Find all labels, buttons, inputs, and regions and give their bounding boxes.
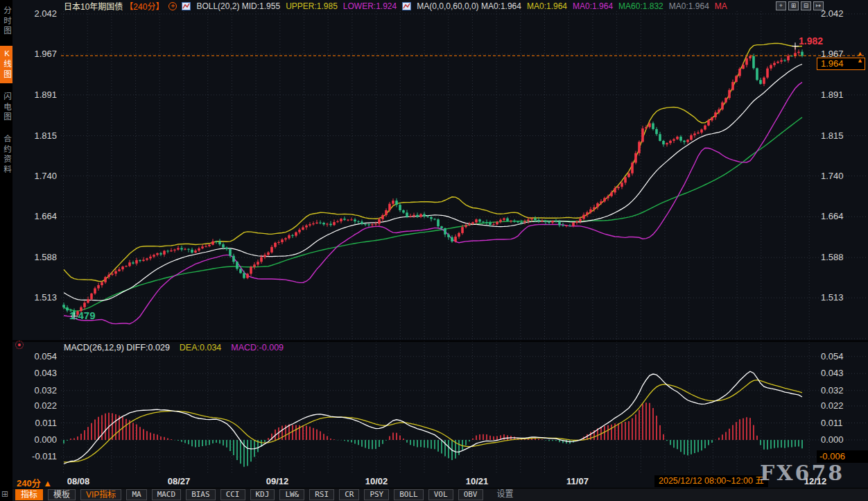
pan-right-icon[interactable]: ↦ xyxy=(813,1,824,10)
price-axis-label: 1.664 xyxy=(21,211,57,221)
toolbar-item-BIAS[interactable]: BIAS xyxy=(186,489,216,500)
indicator-value: LOWER:1.924 xyxy=(343,1,397,11)
chart-header: 日本10年期国债 【240分】 + BOLL(20,2) MID:1.955UP… xyxy=(64,1,727,11)
macd-diff-label: MACD(26,12,9) DIFF:0.029 xyxy=(64,343,170,353)
macd-axis-label: 0.032 xyxy=(21,385,57,396)
fx678-watermark: FX678 xyxy=(760,461,844,485)
macd-axis-label: 0.054 xyxy=(821,351,844,362)
date-tick-08/27: 08/27 xyxy=(168,476,191,486)
price-axis-label: 1.815 xyxy=(821,130,844,141)
toolbar-item-VIP指标[interactable]: VIP指标 xyxy=(80,489,121,500)
toolbar-item-设置[interactable]: 设置 xyxy=(492,489,519,500)
sidebar-tab-3[interactable]: 闪电图 xyxy=(0,89,12,126)
toolbar-item-CR[interactable]: CR xyxy=(339,489,359,500)
move-icon[interactable]: + xyxy=(776,1,786,10)
sidebar-tab-1[interactable]: 分时图 xyxy=(0,3,12,40)
toolbar-item-VOL[interactable]: VOL xyxy=(428,489,453,500)
zoom-in-icon[interactable]: ⊞ xyxy=(788,1,799,10)
toolbar-item-CCI[interactable]: CCI xyxy=(220,489,245,500)
indicator-value: MA0:1.964 xyxy=(573,1,613,11)
indicator-value: MA60:1.832 xyxy=(618,1,663,11)
indicator-value: MA xyxy=(715,1,727,11)
bar-time-tooltip: 2025/12/12 08:00~12:00 五 xyxy=(654,475,768,487)
toolbar-item-模板[interactable]: 模板 xyxy=(48,489,76,500)
macd-axis-label: 0.054 xyxy=(21,351,57,362)
sidebar-tab-2[interactable]: K线图 xyxy=(0,46,12,83)
zoom-out-icon[interactable]: ⊟ xyxy=(801,1,811,10)
price-axis-label: 1.664 xyxy=(821,211,844,221)
mini-chart-icon xyxy=(402,2,411,10)
macd-plot xyxy=(64,371,802,467)
macd-axis-label: 0.043 xyxy=(821,368,844,378)
main-plot xyxy=(62,43,804,323)
macd-axis-label: 0.011 xyxy=(821,418,843,428)
macd-axis-label: 0.011 xyxy=(21,418,57,428)
price-axis-label: 1.891 xyxy=(21,90,57,100)
mini-chart-icon xyxy=(182,2,191,10)
indicator-value: UPPER:1.985 xyxy=(286,1,338,11)
high-price-label: 1.982 xyxy=(799,35,823,46)
toolbar-item-指标[interactable]: 指标 xyxy=(15,489,43,500)
price-axis-label: 1.740 xyxy=(21,171,57,181)
price-axis-label: 1.588 xyxy=(821,252,844,262)
price-axis-label: 1.513 xyxy=(821,292,844,303)
macd-axis-label: 0.032 xyxy=(821,385,844,396)
left-sidebar: 分时图K线图闪电图合约资料 xyxy=(0,0,12,501)
timeframe-tag: 【240分】 xyxy=(125,0,164,12)
indicator-readouts: BOLL(20,2) MID:1.955UPPER:1.985LOWER:1.9… xyxy=(182,1,727,11)
indicator-value: MA0:1.964 xyxy=(669,1,709,11)
indicator-value: BOLL(20,2) MID:1.955 xyxy=(196,1,280,11)
indicator-value: MA(0,0,0,60,0,0) MA0:1.964 xyxy=(417,1,521,11)
chart-window-buttons: +⊞⊟↦ xyxy=(776,1,824,10)
toolbar-item-MA[interactable]: MA xyxy=(126,489,146,500)
price-axis-label: 2.042 xyxy=(821,8,844,19)
toolbar-item-LW&[interactable]: LW& xyxy=(279,489,304,500)
macd-axis-label: 0.022 xyxy=(821,400,844,411)
crosshair-icon[interactable]: + xyxy=(168,2,177,10)
sidebar-tab-4[interactable]: 合约资料 xyxy=(0,131,12,178)
macd-dea-label: DEA:0.034 xyxy=(180,343,221,353)
macd-hist-label: MACD:-0.009 xyxy=(231,343,284,353)
date-tick-10/21: 10/21 xyxy=(466,476,489,486)
indicator-value: MA0:1.964 xyxy=(527,1,567,11)
bottom-left-grid-icon[interactable]: ⊞ xyxy=(1,489,8,499)
macd-axis-label: 0.000 xyxy=(21,434,57,445)
price-axis-label: 1.815 xyxy=(21,130,57,141)
toolbar-item-RSI[interactable]: RSI xyxy=(309,489,334,500)
grid-lines xyxy=(12,11,868,474)
price-axis-label: 1.740 xyxy=(821,171,844,181)
date-tick-11/07: 11/07 xyxy=(566,476,589,486)
chart-canvas[interactable] xyxy=(0,0,868,501)
date-tick-08/08: 08/08 xyxy=(67,476,90,486)
app-window: 分时图K线图闪电图合约资料 日本10年期国债 【240分】 + BOLL(20,… xyxy=(0,0,868,501)
price-arrow-icon: ▲▲ xyxy=(857,50,863,64)
macd-axis-label: 0.000 xyxy=(821,434,844,445)
macd-axis-label: -0.011 xyxy=(21,451,57,461)
macd-settings-icon[interactable] xyxy=(15,341,24,349)
price-axis-label: 2.042 xyxy=(21,8,57,19)
toolbar-item-MACD[interactable]: MACD xyxy=(152,489,182,500)
symbol-title: 日本10年期国债 xyxy=(64,0,123,12)
toolbar-item-BOLL[interactable]: BOLL xyxy=(394,489,424,500)
macd-axis-label: 0.043 xyxy=(21,368,57,378)
toolbar-item-KDJ[interactable]: KDJ xyxy=(250,489,275,500)
price-axis-label: 1.891 xyxy=(821,90,844,100)
price-axis-label: 1.588 xyxy=(21,252,57,262)
date-tick-10/02: 10/02 xyxy=(365,476,388,486)
low-price-label: 1.479 xyxy=(69,309,96,321)
toolbar-item-PSY[interactable]: PSY xyxy=(364,489,389,500)
macd-readout: MACD(26,12,9) DIFF:0.029DEA:0.034MACD:-0… xyxy=(64,343,284,353)
macd-axis-label: 0.022 xyxy=(21,400,57,411)
indicator-toolbar: 指标模板VIP指标MAMACDBIASCCIKDJLW&RSICRPSYBOLL… xyxy=(12,488,868,501)
date-tick-09/12: 09/12 xyxy=(266,476,289,486)
price-axis-label: 1.967 xyxy=(21,49,57,59)
xaxis-row: 240分 ▲ 2025/12/12 08:00~12:00 五 08/0808/… xyxy=(12,475,868,488)
price-axis-label: 1.513 xyxy=(21,292,57,303)
toolbar-item-OBV[interactable]: OBV xyxy=(458,489,483,500)
